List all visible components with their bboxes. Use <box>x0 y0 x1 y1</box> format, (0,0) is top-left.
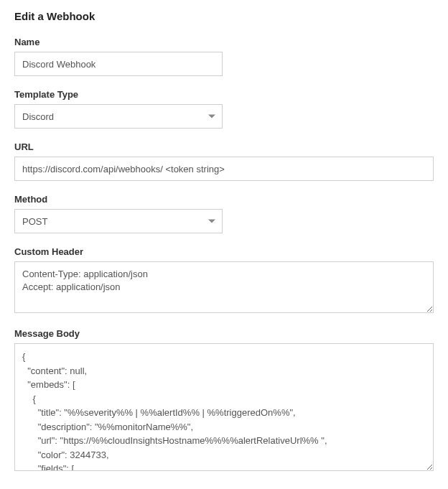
method-label: Method <box>14 194 434 205</box>
message-body-textarea[interactable]: { "content": null, "embeds": [ { "title"… <box>14 343 434 471</box>
page-title: Edit a Webhook <box>14 10 434 22</box>
method-select[interactable]: POST <box>14 209 223 233</box>
name-field-group: Name <box>14 37 434 76</box>
custom-header-label: Custom Header <box>14 246 434 257</box>
message-body-label: Message Body <box>14 328 434 339</box>
url-field-group: URL <box>14 141 434 181</box>
message-body-field-group: Message Body { "content": null, "embeds"… <box>14 328 434 471</box>
name-input[interactable] <box>14 52 223 76</box>
url-input[interactable] <box>14 157 434 181</box>
custom-header-field-group: Custom Header Content-Type: application/… <box>14 246 434 315</box>
custom-header-textarea[interactable]: Content-Type: application/json Accept: a… <box>14 261 434 313</box>
method-field-group: Method POST <box>14 194 434 233</box>
name-label: Name <box>14 37 434 47</box>
template-type-label: Template Type <box>14 89 434 100</box>
url-label: URL <box>14 141 434 152</box>
template-type-select[interactable]: Discord <box>14 104 223 129</box>
template-type-field-group: Template Type Discord <box>14 89 434 129</box>
